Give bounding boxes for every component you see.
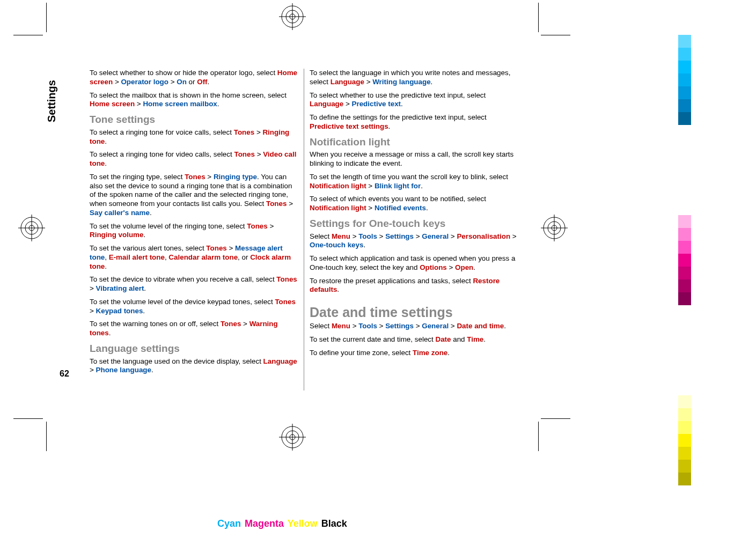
- text: To restore the preset applications and t…: [310, 277, 473, 285]
- color-swatch: [678, 73, 691, 86]
- color-swatch: [678, 48, 691, 61]
- text: To set the ringing type, select: [90, 173, 185, 181]
- text: To select a ringing tone for video calls…: [90, 150, 234, 158]
- sep: >: [447, 263, 455, 271]
- left-column: To select whether to show or hide the op…: [90, 69, 304, 390]
- page-number: 62: [60, 369, 69, 379]
- paragraph: To select the language in which you writ…: [310, 69, 519, 87]
- ui-path: Notification light: [310, 204, 366, 212]
- crop-mark: [13, 35, 43, 35]
- text: To set the volume level of the device ke…: [90, 298, 275, 306]
- text: .: [105, 262, 107, 270]
- color-swatch: [678, 395, 691, 408]
- ui-path: Off: [197, 78, 207, 86]
- ui-path: Tones: [185, 173, 205, 181]
- paragraph: To set the language used on the device d…: [90, 357, 299, 375]
- ui-path: Language: [310, 100, 343, 108]
- color-swatch: [678, 331, 691, 344]
- color-swatch: [678, 86, 691, 99]
- registration-mark-icon: [279, 3, 306, 30]
- sep: >: [241, 320, 249, 328]
- paragraph: To select whether to show or hide the op…: [90, 69, 299, 87]
- paragraph: To select the mailbox that is shown in t…: [90, 91, 299, 109]
- paragraph: To select a ringing tone for voice calls…: [90, 128, 299, 146]
- sep: >: [449, 322, 457, 330]
- heading-notification-light: Notification light: [310, 136, 519, 149]
- ui-path: Tones: [206, 244, 226, 252]
- text: To set the various alert tones, select: [90, 244, 206, 252]
- ui-path: E-mail alert tone: [109, 253, 165, 261]
- ui-path: Tones: [247, 222, 267, 230]
- text: Select: [310, 232, 332, 240]
- text: and: [451, 335, 467, 343]
- ui-path: Home screen: [90, 100, 135, 108]
- color-swatch: [678, 151, 691, 164]
- ui-path: Home screen mailbox: [143, 100, 217, 108]
- sep: >: [90, 307, 96, 315]
- cmyk-black-label: Black: [321, 518, 347, 529]
- text: .: [421, 182, 423, 190]
- ui-path: Say caller's name: [90, 209, 150, 217]
- ui-path: Options: [420, 263, 447, 271]
- text: To set the warning tones on or off, sele…: [90, 320, 221, 328]
- text: ,: [105, 253, 108, 261]
- text: .: [426, 204, 428, 212]
- text: To define the settings for the predictiv…: [310, 113, 487, 121]
- ui-path: Time zone: [413, 349, 447, 357]
- color-swatch: [678, 267, 691, 279]
- ui-path: Settings: [385, 322, 414, 330]
- ui-path: One-touch keys: [310, 241, 363, 249]
- sep: >: [135, 100, 143, 108]
- ui-path: Settings: [385, 232, 414, 240]
- ui-path: On: [177, 78, 187, 86]
- cmyk-footer: Cyan Magenta Yellow Black: [217, 518, 348, 529]
- text: To define your time zone, select: [310, 349, 413, 357]
- text: .: [105, 159, 107, 167]
- text: .: [473, 263, 475, 271]
- text: or: [187, 78, 197, 86]
- text: Select: [310, 322, 332, 330]
- crop-mark: [538, 3, 539, 32]
- ui-path: Tones: [266, 200, 287, 208]
- registration-mark-icon: [18, 215, 45, 241]
- ui-path: Operator logo: [121, 78, 168, 86]
- ui-path: Tones: [276, 275, 297, 283]
- section-tab-label: Settings: [46, 80, 58, 122]
- ui-path: General: [422, 232, 449, 240]
- crop-mark: [538, 422, 539, 451]
- color-swatch: [678, 305, 691, 318]
- ui-path: Language: [331, 78, 364, 86]
- sep: >: [366, 204, 375, 212]
- color-swatch: [678, 215, 691, 228]
- sep: >: [350, 232, 358, 240]
- sep: >: [287, 200, 293, 208]
- color-swatch: [678, 125, 691, 138]
- paragraph: To set the warning tones on or off, sele…: [90, 320, 299, 338]
- paragraph: Select Menu > Tools > Settings > General…: [310, 232, 519, 250]
- ui-path: Date: [435, 335, 451, 343]
- color-swatch: [678, 35, 691, 48]
- text: .: [150, 209, 152, 217]
- ui-path: Predictive text: [352, 100, 401, 108]
- paragraph: To define your time zone, select Time zo…: [310, 349, 519, 358]
- cmyk-magenta-label: Magenta: [245, 518, 284, 529]
- ui-path: Calendar alarm tone: [168, 253, 238, 261]
- crop-mark: [541, 418, 570, 419]
- text: .: [151, 366, 153, 374]
- registration-mark-icon: [541, 215, 568, 241]
- paragraph: To set the volume level of the ringing t…: [90, 222, 299, 240]
- ui-path: Tones: [221, 320, 241, 328]
- color-swatch: [678, 357, 691, 370]
- right-column: To select the language in which you writ…: [304, 69, 519, 390]
- text: .: [337, 285, 339, 293]
- text: .: [388, 122, 391, 130]
- paragraph: To select which application and task is …: [310, 254, 519, 272]
- ui-path: General: [422, 322, 449, 330]
- color-swatch: [678, 485, 691, 498]
- text: .: [109, 329, 111, 337]
- sep: >: [414, 232, 422, 240]
- color-swatch: [678, 228, 691, 241]
- color-swatch: [678, 164, 691, 176]
- crop-mark: [46, 422, 47, 451]
- color-swatch: [678, 382, 691, 395]
